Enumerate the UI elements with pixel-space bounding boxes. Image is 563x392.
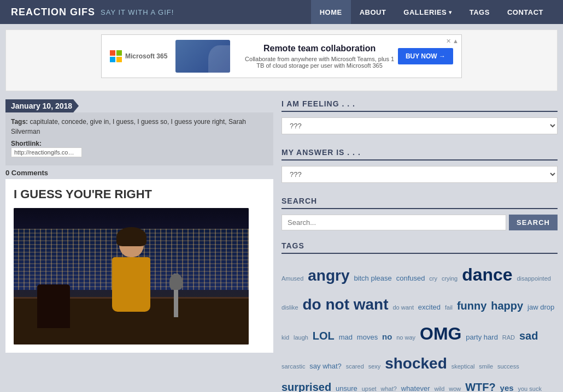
ad-close-button[interactable]: ✕ ▲	[446, 38, 459, 45]
tag-item[interactable]: happy	[491, 300, 523, 312]
tag-item[interactable]: sad	[519, 330, 538, 342]
tag-item[interactable]: party hard	[466, 333, 498, 341]
tag-item[interactable]: no	[382, 332, 392, 341]
comments-count[interactable]: 0 Comments	[5, 167, 273, 179]
woman-body	[112, 257, 150, 312]
tag-item[interactable]: dance	[462, 265, 512, 284]
tag-item[interactable]: dislike	[282, 304, 298, 311]
tags-cloud: Amused angry bitch please confused cry c…	[282, 259, 558, 392]
nav-tags[interactable]: TAGS	[461, 0, 499, 24]
tag-item[interactable]: skeptical	[451, 363, 475, 370]
ms-square-green	[116, 50, 122, 56]
nav-galleries[interactable]: GALLERIES ▾	[395, 0, 460, 24]
answer-section: MY ANSWER IS . . . ??? dance do not want…	[282, 148, 558, 186]
shortlink-line: Shortlink: http://reactiongifs.com/?p=34…	[11, 140, 268, 159]
ad-headline: Remote team collaboration	[241, 44, 398, 54]
tag-item[interactable]: excited	[418, 303, 441, 311]
search-row: SEARCH	[282, 215, 558, 230]
tag-item[interactable]: whatever	[401, 384, 430, 392]
tag-item[interactable]: what?	[381, 385, 397, 392]
tag-item[interactable]: yes	[500, 383, 514, 392]
feeling-select[interactable]: ??? Amused Angry Confused Excited Happy …	[282, 117, 558, 134]
post-gif-image	[14, 208, 249, 345]
post-column: January 10, 2018 Tags: capitulate, conce…	[5, 99, 273, 392]
site-title: REACTION GIFS	[11, 7, 95, 18]
feeling-title: I AM FEELING . . .	[282, 99, 558, 112]
ad-subtext: Collaborate from anywhere with Microsoft…	[241, 56, 398, 69]
tag-item[interactable]: smile	[479, 363, 493, 370]
tag-item[interactable]: confused	[396, 274, 425, 282]
site-header: REACTION GIFS SAY IT WITH A GIF! HOME AB…	[0, 0, 563, 24]
tag-item[interactable]: surprised	[282, 381, 331, 392]
ms-squares-icon	[110, 50, 122, 62]
tag-item[interactable]: jaw drop	[527, 303, 554, 311]
tag-item[interactable]: scared	[346, 363, 364, 370]
tag-item[interactable]: Amused	[282, 275, 303, 282]
ad-image	[175, 40, 230, 73]
search-input[interactable]	[282, 215, 506, 230]
chair	[37, 284, 70, 328]
tag-item[interactable]: disappointed	[517, 275, 551, 282]
content-area: January 10, 2018 Tags: capitulate, conce…	[5, 99, 558, 392]
tag-item[interactable]: OMG	[420, 324, 461, 343]
main-wrapper: ✕ ▲ Microsoft 365 Remote team collaborat…	[0, 24, 563, 392]
woman-figure	[98, 230, 164, 317]
tag-item[interactable]: WTF?	[465, 381, 496, 392]
tag-item[interactable]: laugh	[294, 334, 308, 341]
search-section: SEARCH SEARCH	[282, 197, 558, 230]
tag-item[interactable]: mad	[339, 333, 353, 341]
tags-label: Tags:	[11, 118, 28, 126]
tag-item[interactable]: say what?	[309, 362, 342, 370]
tag-item[interactable]: sarcastic	[282, 363, 305, 370]
tag-item[interactable]: RAD	[502, 334, 515, 341]
nav-contact[interactable]: CONTACT	[499, 0, 552, 24]
tag-item[interactable]: angry	[308, 267, 349, 284]
ms-square-blue	[110, 57, 115, 62]
shortlink-label: Shortlink:	[11, 140, 42, 147]
ad-banner: ✕ ▲ Microsoft 365 Remote team collaborat…	[5, 29, 558, 91]
site-tagline: SAY IT WITH A GIF!	[101, 8, 174, 16]
woman-head	[119, 230, 144, 257]
nav-about[interactable]: ABOUT	[351, 0, 395, 24]
search-title: SEARCH	[282, 197, 558, 209]
tag-item[interactable]: do want	[392, 304, 414, 311]
ad-text: Remote team collaboration Collaborate fr…	[241, 44, 398, 69]
mic-head	[169, 274, 183, 290]
tag-item[interactable]: upset	[362, 385, 377, 392]
tag-item[interactable]: sexy	[368, 363, 381, 370]
ad-cta-button[interactable]: BUY NOW →	[398, 48, 453, 64]
ms-square-yellow	[116, 57, 122, 62]
search-button[interactable]: SEARCH	[509, 215, 558, 230]
tag-item[interactable]: funny	[457, 300, 486, 312]
tag-item[interactable]: LOL	[313, 330, 335, 342]
tag-item[interactable]: cry	[429, 275, 437, 282]
tag-item[interactable]: crying	[442, 275, 458, 282]
ms-square-red	[110, 50, 115, 56]
tag-item[interactable]: fail	[445, 304, 453, 311]
ad-content: ✕ ▲ Microsoft 365 Remote team collaborat…	[101, 34, 462, 78]
tag-item[interactable]: moves	[357, 333, 378, 341]
post-meta: Tags: capitulate, concede, give in, I gu…	[5, 112, 273, 165]
nav-home[interactable]: HOME	[311, 0, 351, 24]
tag-item[interactable]: wow	[449, 385, 461, 392]
answer-title: MY ANSWER IS . . .	[282, 148, 558, 161]
tag-item[interactable]: success	[497, 363, 519, 370]
tag-item[interactable]: bitch please	[354, 274, 391, 282]
mic-stand	[174, 274, 178, 317]
post-tags-line: Tags: capitulate, concede, give in, I gu…	[11, 117, 268, 136]
tag-item[interactable]: unsure	[336, 384, 357, 392]
tag-item[interactable]: you suck	[518, 385, 541, 392]
tag-item[interactable]: wild	[434, 385, 444, 392]
tag-item[interactable]: kid	[282, 334, 289, 341]
tag-item[interactable]: do not want	[302, 296, 388, 313]
main-nav: HOME ABOUT GALLERIES ▾ TAGS CONTACT	[311, 0, 552, 24]
shortlink-url[interactable]: http://reactiongifs.com/?p=34969	[11, 147, 82, 157]
tag-item[interactable]: shocked	[385, 355, 447, 372]
answer-select[interactable]: ??? dance do not want funny LOL OMG	[282, 166, 558, 183]
tag-item[interactable]: no way	[396, 334, 415, 341]
gif-scene	[14, 208, 249, 345]
tags-section: TAGS Amused angry bitch please confused …	[282, 241, 558, 392]
post-date: January 10, 2018	[5, 99, 79, 112]
tags-title: TAGS	[282, 241, 558, 254]
post-title: I GUESS YOU'RE RIGHT	[14, 187, 265, 201]
